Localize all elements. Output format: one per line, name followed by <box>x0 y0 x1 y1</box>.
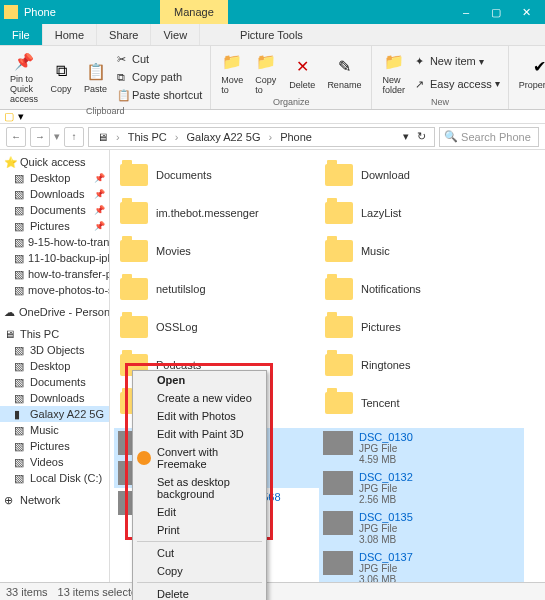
tree-label: Downloads <box>30 188 84 200</box>
folder-icon <box>120 202 148 224</box>
folder-icon: ▧ <box>14 284 24 296</box>
folder-item[interactable]: netutilslog <box>114 270 319 308</box>
folder-icon: ▧ <box>14 424 26 436</box>
move-to-button[interactable]: 📁Move to <box>217 48 247 97</box>
delete-button[interactable]: ✕Delete <box>285 48 319 97</box>
folder-item[interactable]: Ringtones <box>319 346 524 384</box>
sidebar-quick-access[interactable]: ⭐Quick access <box>0 154 109 170</box>
sidebar-link[interactable]: ▧11-10-backup-iphone-t <box>0 250 109 266</box>
sidebar-network[interactable]: ⊕Network <box>0 492 109 508</box>
cut-button[interactable]: ✂Cut <box>117 52 202 66</box>
ribbon: 📌Pin to Quick access ⧉Copy 📋Paste ✂Cut ⧉… <box>0 46 545 110</box>
device-icon: ▮ <box>14 408 26 420</box>
up-button[interactable]: ↑ <box>64 127 84 147</box>
ctx-edit-photos[interactable]: Edit with Photos <box>133 407 266 425</box>
ctx-open[interactable]: Open <box>133 371 266 389</box>
minimize-button[interactable]: – <box>451 1 481 23</box>
forward-button[interactable]: → <box>30 127 50 147</box>
search-input[interactable]: 🔍 Search Phone <box>439 127 539 147</box>
folder-item[interactable]: Music <box>319 232 524 270</box>
folder-icon <box>120 278 148 300</box>
sidebar-downloads[interactable]: ▧Downloads <box>0 390 109 406</box>
nav-tree: ⭐Quick access▧Desktop📌▧Downloads📌▧Docume… <box>0 150 110 598</box>
breadcrumb-root[interactable]: This PC <box>124 131 171 143</box>
ctx-delete[interactable]: Delete <box>133 585 266 600</box>
tab-share[interactable]: Share <box>97 24 151 45</box>
folder-name: im.thebot.messenger <box>156 207 259 219</box>
new-item-icon: ✦ <box>415 55 427 67</box>
sidebar-onedrive[interactable]: ☁OneDrive - Personal <box>0 304 109 320</box>
tree-label: Pictures <box>30 440 70 452</box>
tree-label: 11-10-backup-iphone-t <box>28 252 109 264</box>
copy-to-button[interactable]: 📁Copy to <box>251 48 281 97</box>
copy-path-button[interactable]: ⧉Copy path <box>117 70 202 84</box>
group-label: Clipboard <box>6 106 204 116</box>
ctx-edit-paint3d[interactable]: Edit with Paint 3D <box>133 425 266 443</box>
folder-item[interactable]: Download <box>319 156 524 194</box>
folder-item[interactable]: LazyList <box>319 194 524 232</box>
rename-button[interactable]: ✎Rename <box>323 48 365 97</box>
tab-view[interactable]: View <box>151 24 200 45</box>
sidebar-pictures[interactable]: ▧Pictures <box>0 438 109 454</box>
folder-name: Tencent <box>361 397 400 409</box>
close-button[interactable]: ✕ <box>511 1 541 23</box>
folder-item[interactable]: Pictures <box>319 308 524 346</box>
ctx-set-desktop-bg[interactable]: Set as desktop background <box>133 473 266 503</box>
folder-icon <box>325 278 353 300</box>
breadcrumb-device[interactable]: Galaxy A22 5G <box>182 131 264 143</box>
tab-picture-tools[interactable]: Picture Tools <box>230 24 313 45</box>
qat-chevron-icon[interactable]: ▾ <box>18 110 24 123</box>
tab-home[interactable]: Home <box>43 24 97 45</box>
sidebar-link[interactable]: ▧how-to-transfer-photos <box>0 266 109 282</box>
file-item[interactable]: DSC_0130JPG File4.59 MB <box>319 428 524 468</box>
sidebar-qa-downloads[interactable]: ▧Downloads📌 <box>0 186 109 202</box>
sidebar-qa-pictures[interactable]: ▧Pictures📌 <box>0 218 109 234</box>
sidebar-this-pc[interactable]: 🖥This PC <box>0 326 109 342</box>
new-item-button[interactable]: ✦New item ▾ <box>415 54 500 68</box>
sidebar-3d-objects[interactable]: ▧3D Objects <box>0 342 109 358</box>
qat-new-folder-icon[interactable]: ▢ <box>4 110 14 123</box>
folder-item[interactable]: Documents <box>114 156 319 194</box>
pin-quick-access-button[interactable]: 📌Pin to Quick access <box>6 48 42 106</box>
address-dropdown[interactable]: ▾ <box>399 130 413 143</box>
folder-item[interactable]: OSSLog <box>114 308 319 346</box>
folder-icon: ▧ <box>14 172 26 184</box>
sidebar-desktop[interactable]: ▧Desktop <box>0 358 109 374</box>
back-button[interactable]: ← <box>6 127 26 147</box>
file-item[interactable]: DSC_0132JPG File2.56 MB <box>319 468 524 508</box>
tab-file[interactable]: File <box>0 24 43 45</box>
recent-dropdown[interactable]: ▾ <box>54 130 60 143</box>
ctx-create-video[interactable]: Create a new video <box>133 389 266 407</box>
sidebar-device[interactable]: ▮Galaxy A22 5G <box>0 406 109 422</box>
breadcrumb-leaf[interactable]: Phone <box>276 131 316 143</box>
folder-item[interactable]: Tencent <box>319 384 524 422</box>
file-item[interactable]: DSC_0135JPG File3.08 MB <box>319 508 524 548</box>
refresh-button[interactable]: ↻ <box>413 130 430 143</box>
status-bar: 33 items 13 items selected 34.6 MB <box>0 582 545 600</box>
ctx-cut[interactable]: Cut <box>133 544 266 562</box>
sidebar-link[interactable]: ▧move-photos-to-sd-ca <box>0 282 109 298</box>
copy-button[interactable]: ⧉Copy <box>46 48 76 106</box>
sidebar-link[interactable]: ▧9-15-how-to-transfer-p <box>0 234 109 250</box>
new-folder-button[interactable]: 📁New folder <box>378 48 409 97</box>
breadcrumb[interactable]: 🖥› This PC› Galaxy A22 5G› Phone ▾ ↻ <box>88 127 435 147</box>
freemake-icon <box>137 451 151 465</box>
sidebar-documents[interactable]: ▧Documents <box>0 374 109 390</box>
easy-access-button[interactable]: ↗Easy access ▾ <box>415 77 500 91</box>
maximize-button[interactable]: ▢ <box>481 1 511 23</box>
sidebar-qa-desktop[interactable]: ▧Desktop📌 <box>0 170 109 186</box>
folder-item[interactable]: im.thebot.messenger <box>114 194 319 232</box>
ctx-print[interactable]: Print <box>133 521 266 539</box>
folder-item[interactable]: Notifications <box>319 270 524 308</box>
properties-button[interactable]: ✔Properties <box>515 48 545 97</box>
paste-button[interactable]: 📋Paste <box>80 48 111 106</box>
sidebar-qa-documents[interactable]: ▧Documents📌 <box>0 202 109 218</box>
sidebar-videos[interactable]: ▧Videos <box>0 454 109 470</box>
sidebar-music[interactable]: ▧Music <box>0 422 109 438</box>
ctx-edit[interactable]: Edit <box>133 503 266 521</box>
ctx-copy[interactable]: Copy <box>133 562 266 580</box>
folder-item[interactable]: Movies <box>114 232 319 270</box>
sidebar-local-disk--c--[interactable]: ▧Local Disk (C:) <box>0 470 109 486</box>
ctx-convert-freemake[interactable]: Convert with Freemake <box>133 443 266 473</box>
paste-shortcut-button[interactable]: 📋Paste shortcut <box>117 88 202 102</box>
